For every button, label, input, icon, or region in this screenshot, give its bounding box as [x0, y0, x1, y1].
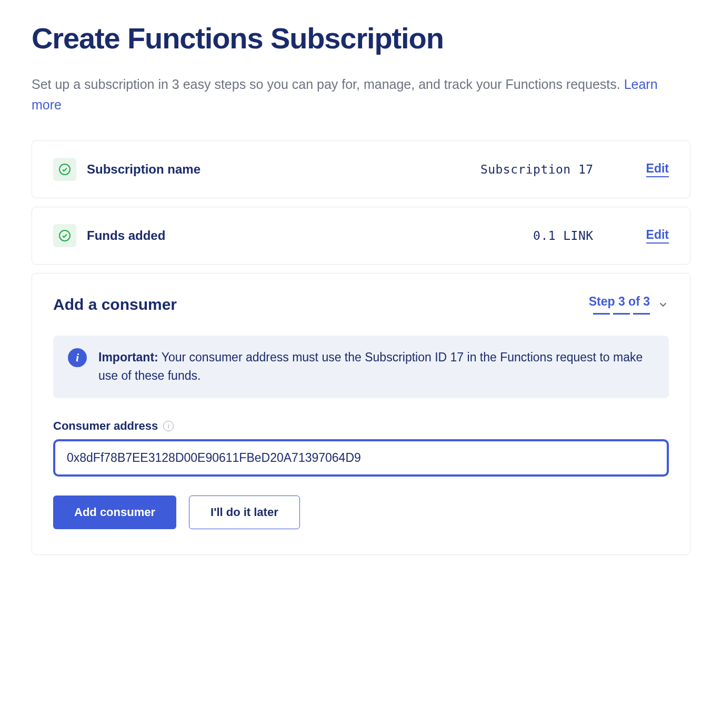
help-icon[interactable]: i	[163, 421, 174, 431]
step-bar	[633, 313, 650, 315]
consumer-card: Add a consumer Step 3 of 3 i Important: …	[32, 273, 690, 555]
info-banner: i Important: Your consumer address must …	[53, 336, 669, 398]
button-row: Add consumer I'll do it later	[53, 496, 669, 529]
page-description: Set up a subscription in 3 easy steps so…	[32, 74, 690, 115]
info-message: Your consumer address must use the Subsc…	[98, 350, 643, 383]
field-label-row: Consumer address i	[53, 419, 669, 433]
step-label-subscription-name: Subscription name	[87, 162, 470, 177]
consumer-header: Add a consumer Step 3 of 3	[53, 295, 669, 315]
chevron-down-icon[interactable]	[657, 299, 669, 310]
edit-link-funds-added[interactable]: Edit	[646, 228, 669, 244]
step-card-funds-added: Funds added 0.1 LINK Edit	[32, 207, 690, 265]
step-label-funds-added: Funds added	[87, 228, 523, 243]
info-icon: i	[68, 348, 87, 367]
check-badge	[53, 158, 76, 181]
step-bar	[593, 313, 610, 315]
svg-point-0	[59, 164, 70, 175]
check-badge	[53, 224, 76, 247]
step-indicator: Step 3 of 3	[589, 295, 650, 315]
step-value-subscription-name: Subscription 17	[480, 163, 594, 176]
do-it-later-button[interactable]: I'll do it later	[189, 496, 300, 529]
consumer-address-input[interactable]	[53, 439, 669, 477]
description-text: Set up a subscription in 3 easy steps so…	[32, 77, 624, 92]
svg-point-1	[59, 230, 70, 241]
info-text: Important: Your consumer address must us…	[98, 348, 654, 386]
check-circle-icon	[58, 163, 71, 176]
consumer-title: Add a consumer	[53, 296, 177, 314]
step-indicator-text: Step 3 of 3	[589, 295, 650, 309]
step-card-subscription-name: Subscription name Subscription 17 Edit	[32, 140, 690, 198]
consumer-address-label: Consumer address	[53, 419, 158, 433]
page-title: Create Functions Subscription	[32, 21, 690, 55]
info-label: Important:	[98, 350, 158, 364]
add-consumer-button[interactable]: Add consumer	[53, 496, 176, 529]
step-progress-bars	[593, 313, 650, 315]
check-circle-icon	[58, 229, 71, 242]
step-value-funds-added: 0.1 LINK	[533, 229, 593, 242]
step-indicator-wrap: Step 3 of 3	[589, 295, 669, 315]
step-bar	[613, 313, 630, 315]
edit-link-subscription-name[interactable]: Edit	[646, 161, 669, 177]
